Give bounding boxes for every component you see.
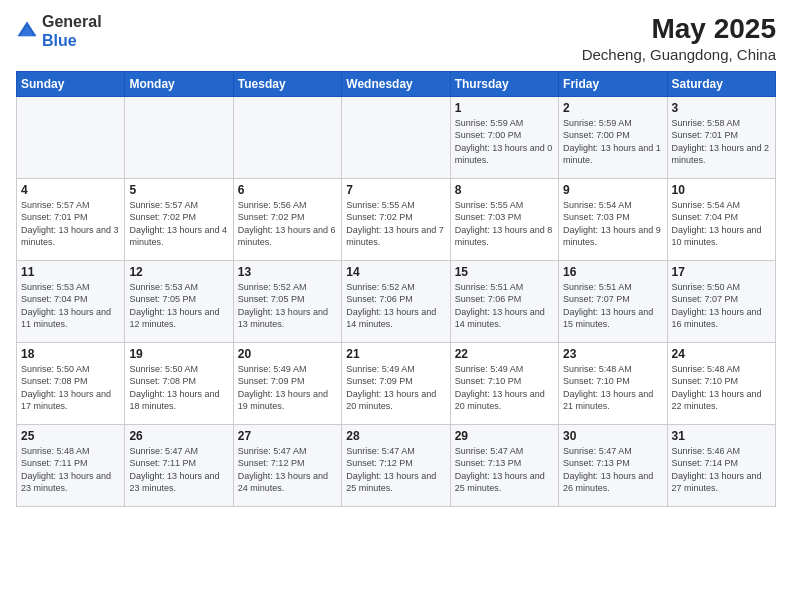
day-cell: 27Sunrise: 5:47 AM Sunset: 7:12 PM Dayli… — [233, 424, 341, 506]
day-number: 18 — [21, 347, 120, 361]
day-cell: 24Sunrise: 5:48 AM Sunset: 7:10 PM Dayli… — [667, 342, 775, 424]
col-header-thursday: Thursday — [450, 71, 558, 96]
day-info: Sunrise: 5:56 AM Sunset: 7:02 PM Dayligh… — [238, 199, 337, 249]
day-number: 23 — [563, 347, 662, 361]
day-info: Sunrise: 5:59 AM Sunset: 7:00 PM Dayligh… — [563, 117, 662, 167]
calendar-table: SundayMondayTuesdayWednesdayThursdayFrid… — [16, 71, 776, 507]
day-cell: 2Sunrise: 5:59 AM Sunset: 7:00 PM Daylig… — [559, 96, 667, 178]
day-number: 29 — [455, 429, 554, 443]
day-info: Sunrise: 5:48 AM Sunset: 7:10 PM Dayligh… — [672, 363, 771, 413]
day-number: 4 — [21, 183, 120, 197]
day-cell: 16Sunrise: 5:51 AM Sunset: 7:07 PM Dayli… — [559, 260, 667, 342]
day-number: 3 — [672, 101, 771, 115]
day-cell: 19Sunrise: 5:50 AM Sunset: 7:08 PM Dayli… — [125, 342, 233, 424]
day-info: Sunrise: 5:54 AM Sunset: 7:03 PM Dayligh… — [563, 199, 662, 249]
day-info: Sunrise: 5:51 AM Sunset: 7:07 PM Dayligh… — [563, 281, 662, 331]
day-number: 26 — [129, 429, 228, 443]
week-row-1: 4Sunrise: 5:57 AM Sunset: 7:01 PM Daylig… — [17, 178, 776, 260]
day-number: 24 — [672, 347, 771, 361]
logo: General Blue — [16, 12, 102, 50]
day-info: Sunrise: 5:49 AM Sunset: 7:10 PM Dayligh… — [455, 363, 554, 413]
day-number: 15 — [455, 265, 554, 279]
day-number: 13 — [238, 265, 337, 279]
day-cell: 8Sunrise: 5:55 AM Sunset: 7:03 PM Daylig… — [450, 178, 558, 260]
week-row-4: 25Sunrise: 5:48 AM Sunset: 7:11 PM Dayli… — [17, 424, 776, 506]
day-info: Sunrise: 5:51 AM Sunset: 7:06 PM Dayligh… — [455, 281, 554, 331]
day-cell: 6Sunrise: 5:56 AM Sunset: 7:02 PM Daylig… — [233, 178, 341, 260]
day-cell: 23Sunrise: 5:48 AM Sunset: 7:10 PM Dayli… — [559, 342, 667, 424]
day-info: Sunrise: 5:58 AM Sunset: 7:01 PM Dayligh… — [672, 117, 771, 167]
day-number: 7 — [346, 183, 445, 197]
page: General Blue May 2025 Decheng, Guangdong… — [0, 0, 792, 612]
day-cell: 26Sunrise: 5:47 AM Sunset: 7:11 PM Dayli… — [125, 424, 233, 506]
day-info: Sunrise: 5:49 AM Sunset: 7:09 PM Dayligh… — [238, 363, 337, 413]
day-info: Sunrise: 5:50 AM Sunset: 7:07 PM Dayligh… — [672, 281, 771, 331]
day-cell — [233, 96, 341, 178]
week-row-0: 1Sunrise: 5:59 AM Sunset: 7:00 PM Daylig… — [17, 96, 776, 178]
day-cell: 22Sunrise: 5:49 AM Sunset: 7:10 PM Dayli… — [450, 342, 558, 424]
day-info: Sunrise: 5:49 AM Sunset: 7:09 PM Dayligh… — [346, 363, 445, 413]
day-number: 19 — [129, 347, 228, 361]
day-cell: 30Sunrise: 5:47 AM Sunset: 7:13 PM Dayli… — [559, 424, 667, 506]
day-info: Sunrise: 5:48 AM Sunset: 7:11 PM Dayligh… — [21, 445, 120, 495]
logo-text: General Blue — [42, 12, 102, 50]
day-info: Sunrise: 5:47 AM Sunset: 7:13 PM Dayligh… — [455, 445, 554, 495]
day-info: Sunrise: 5:53 AM Sunset: 7:05 PM Dayligh… — [129, 281, 228, 331]
day-number: 27 — [238, 429, 337, 443]
day-cell — [342, 96, 450, 178]
day-info: Sunrise: 5:55 AM Sunset: 7:03 PM Dayligh… — [455, 199, 554, 249]
day-cell: 13Sunrise: 5:52 AM Sunset: 7:05 PM Dayli… — [233, 260, 341, 342]
day-cell: 18Sunrise: 5:50 AM Sunset: 7:08 PM Dayli… — [17, 342, 125, 424]
day-cell — [17, 96, 125, 178]
day-number: 5 — [129, 183, 228, 197]
day-number: 12 — [129, 265, 228, 279]
day-cell: 12Sunrise: 5:53 AM Sunset: 7:05 PM Dayli… — [125, 260, 233, 342]
day-info: Sunrise: 5:47 AM Sunset: 7:12 PM Dayligh… — [238, 445, 337, 495]
header-row: SundayMondayTuesdayWednesdayThursdayFrid… — [17, 71, 776, 96]
day-cell: 1Sunrise: 5:59 AM Sunset: 7:00 PM Daylig… — [450, 96, 558, 178]
day-number: 17 — [672, 265, 771, 279]
day-info: Sunrise: 5:55 AM Sunset: 7:02 PM Dayligh… — [346, 199, 445, 249]
day-number: 20 — [238, 347, 337, 361]
day-number: 1 — [455, 101, 554, 115]
day-info: Sunrise: 5:53 AM Sunset: 7:04 PM Dayligh… — [21, 281, 120, 331]
day-number: 11 — [21, 265, 120, 279]
week-row-3: 18Sunrise: 5:50 AM Sunset: 7:08 PM Dayli… — [17, 342, 776, 424]
day-cell: 20Sunrise: 5:49 AM Sunset: 7:09 PM Dayli… — [233, 342, 341, 424]
day-info: Sunrise: 5:50 AM Sunset: 7:08 PM Dayligh… — [129, 363, 228, 413]
col-header-wednesday: Wednesday — [342, 71, 450, 96]
logo-icon — [16, 20, 38, 42]
subtitle: Decheng, Guangdong, China — [582, 46, 776, 63]
day-number: 9 — [563, 183, 662, 197]
day-number: 21 — [346, 347, 445, 361]
day-info: Sunrise: 5:46 AM Sunset: 7:14 PM Dayligh… — [672, 445, 771, 495]
title-block: May 2025 Decheng, Guangdong, China — [582, 12, 776, 63]
col-header-tuesday: Tuesday — [233, 71, 341, 96]
week-row-2: 11Sunrise: 5:53 AM Sunset: 7:04 PM Dayli… — [17, 260, 776, 342]
day-number: 10 — [672, 183, 771, 197]
day-info: Sunrise: 5:48 AM Sunset: 7:10 PM Dayligh… — [563, 363, 662, 413]
day-number: 25 — [21, 429, 120, 443]
day-number: 16 — [563, 265, 662, 279]
day-number: 8 — [455, 183, 554, 197]
day-cell: 4Sunrise: 5:57 AM Sunset: 7:01 PM Daylig… — [17, 178, 125, 260]
day-info: Sunrise: 5:54 AM Sunset: 7:04 PM Dayligh… — [672, 199, 771, 249]
day-cell: 14Sunrise: 5:52 AM Sunset: 7:06 PM Dayli… — [342, 260, 450, 342]
day-number: 14 — [346, 265, 445, 279]
col-header-monday: Monday — [125, 71, 233, 96]
col-header-sunday: Sunday — [17, 71, 125, 96]
day-number: 22 — [455, 347, 554, 361]
day-cell: 28Sunrise: 5:47 AM Sunset: 7:12 PM Dayli… — [342, 424, 450, 506]
day-info: Sunrise: 5:57 AM Sunset: 7:01 PM Dayligh… — [21, 199, 120, 249]
day-cell: 5Sunrise: 5:57 AM Sunset: 7:02 PM Daylig… — [125, 178, 233, 260]
day-info: Sunrise: 5:47 AM Sunset: 7:12 PM Dayligh… — [346, 445, 445, 495]
day-number: 28 — [346, 429, 445, 443]
day-number: 30 — [563, 429, 662, 443]
day-number: 6 — [238, 183, 337, 197]
day-cell: 31Sunrise: 5:46 AM Sunset: 7:14 PM Dayli… — [667, 424, 775, 506]
day-cell: 25Sunrise: 5:48 AM Sunset: 7:11 PM Dayli… — [17, 424, 125, 506]
day-cell: 29Sunrise: 5:47 AM Sunset: 7:13 PM Dayli… — [450, 424, 558, 506]
day-info: Sunrise: 5:59 AM Sunset: 7:00 PM Dayligh… — [455, 117, 554, 167]
header: General Blue May 2025 Decheng, Guangdong… — [16, 12, 776, 63]
day-cell: 9Sunrise: 5:54 AM Sunset: 7:03 PM Daylig… — [559, 178, 667, 260]
